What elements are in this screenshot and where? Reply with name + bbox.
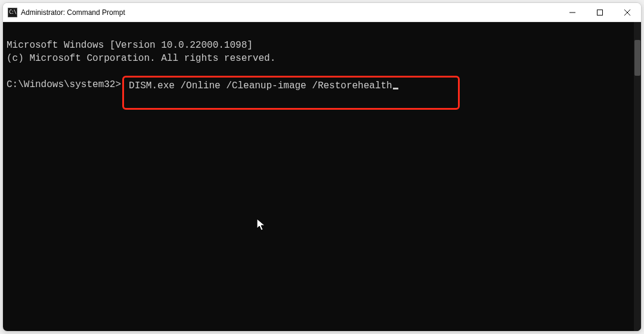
- maximize-button[interactable]: [586, 3, 614, 21]
- terminal-output[interactable]: Microsoft Windows [Version 10.0.22000.10…: [3, 22, 635, 331]
- text-cursor: [393, 88, 398, 89]
- svg-rect-0: [597, 10, 603, 15]
- titlebar[interactable]: C:\ Administrator: Command Prompt: [3, 3, 641, 22]
- scrollbar-thumb[interactable]: [634, 40, 640, 76]
- terminal-area[interactable]: Microsoft Windows [Version 10.0.22000.10…: [3, 22, 641, 331]
- command-prompt-window: C:\ Administrator: Command Prompt Micros…: [2, 2, 642, 332]
- scrollbar-track[interactable]: [634, 22, 641, 331]
- command-highlight: DISM.exe /Online /Cleanup-image /Restore…: [122, 76, 460, 110]
- minimize-icon: [569, 10, 575, 16]
- output-line: (c) Microsoft Corporation. All rights re…: [7, 53, 275, 64]
- cmd-icon: C:\: [8, 8, 17, 17]
- typed-command: DISM.exe /Online /Cleanup-image /Restore…: [129, 81, 392, 91]
- minimize-button[interactable]: [559, 3, 586, 21]
- maximize-icon: [597, 10, 603, 16]
- window-title: Administrator: Command Prompt: [21, 8, 125, 17]
- close-icon: [624, 10, 630, 16]
- titlebar-left: C:\ Administrator: Command Prompt: [8, 8, 125, 17]
- close-button[interactable]: [614, 3, 641, 21]
- output-line: Microsoft Windows [Version 10.0.22000.10…: [7, 40, 253, 51]
- prompt-path: C:\Windows\system32>: [7, 78, 121, 91]
- prompt-line: C:\Windows\system32>DISM.exe /Online /Cl…: [7, 78, 635, 110]
- window-controls: [559, 3, 641, 21]
